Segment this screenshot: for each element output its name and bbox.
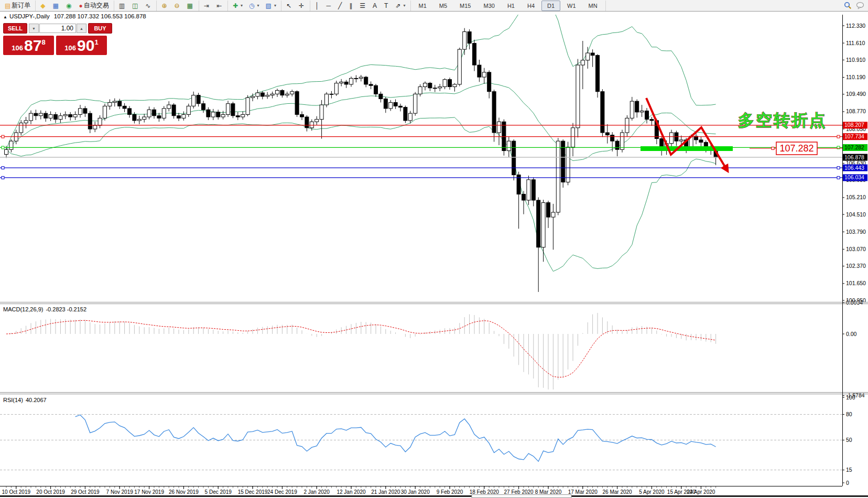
candlestick-chart-icon[interactable]: ◫ xyxy=(129,1,142,11)
svg-text:80: 80 xyxy=(846,411,852,417)
svg-text:108.207: 108.207 xyxy=(844,122,864,128)
chat-icon[interactable] xyxy=(856,2,865,9)
price-callout-label[interactable]: 107.282 xyxy=(779,143,813,154)
x-axis-date-label: 30 Jan 2020 xyxy=(401,489,430,495)
fibonacci-icon: ☰ xyxy=(360,1,365,10)
tf-m30-label: M30 xyxy=(480,3,497,9)
dropdown-caret-icon[interactable]: ▾ xyxy=(257,3,259,8)
x-axis-date-label: 9 Feb 2020 xyxy=(437,489,463,495)
auto-arrange-icon[interactable]: ⇥ xyxy=(201,1,213,11)
track-chart-icon[interactable]: ⇤ xyxy=(214,1,225,11)
zoom-in-icon[interactable]: ⊕ xyxy=(159,1,170,11)
svg-text:106.878: 106.878 xyxy=(844,154,864,160)
sell-price-button[interactable]: 106878 xyxy=(3,36,54,55)
toolbar-group: ✚▾◷▾▧▾ xyxy=(228,1,281,11)
sell-button[interactable]: SELL xyxy=(3,23,27,34)
svg-text:15: 15 xyxy=(846,467,852,473)
tf-m1[interactable]: M1 xyxy=(413,1,432,11)
svg-text:111.610: 111.610 xyxy=(846,40,865,46)
toolbar-group: ▤新订单 xyxy=(0,1,36,11)
fibonacci-icon[interactable]: ☰ xyxy=(357,1,369,11)
autotrading-button-label: 自动交易 xyxy=(84,1,109,10)
tf-mn[interactable]: MN xyxy=(583,1,603,11)
x-axis-date-label: 24 Dec 2019 xyxy=(267,489,297,495)
market-watch-icon: ▦ xyxy=(53,1,59,10)
svg-text:50: 50 xyxy=(846,437,852,443)
x-axis-date-label: 7 Nov 2019 xyxy=(106,489,134,495)
x-axis-date-label: 8 Mar 2020 xyxy=(535,489,562,495)
tf-h4-label: H4 xyxy=(524,3,538,9)
tf-m15[interactable]: M15 xyxy=(454,1,476,11)
new-order-button[interactable]: ▤新订单 xyxy=(2,1,33,11)
period-icon[interactable]: ◷▾ xyxy=(246,1,262,11)
tf-d1-label: D1 xyxy=(544,3,558,9)
cursor-icon: ↖ xyxy=(286,1,291,10)
charts-profile-icon: ◆ xyxy=(40,1,45,10)
tf-w1[interactable]: W1 xyxy=(561,1,582,11)
tf-h4[interactable]: H4 xyxy=(522,1,540,11)
crosshair-icon[interactable]: ✛ xyxy=(296,1,308,11)
tf-h1[interactable]: H1 xyxy=(502,1,520,11)
svg-text:110.190: 110.190 xyxy=(846,74,865,80)
tf-d1[interactable]: D1 xyxy=(541,1,560,11)
cursor-icon[interactable]: ↖ xyxy=(284,1,295,11)
tf-m5[interactable]: M5 xyxy=(433,1,453,11)
channel-icon[interactable]: ∥ xyxy=(346,1,356,11)
svg-text:103.790: 103.790 xyxy=(846,229,866,235)
x-axis-date-label: 21 Jan 2020 xyxy=(371,489,400,495)
svg-text:110.910: 110.910 xyxy=(846,57,865,63)
toolbar-group: ⊕⊖▦ xyxy=(157,1,199,11)
charts-profile-icon[interactable]: ◆ xyxy=(38,1,49,11)
zoom-out-icon: ⊖ xyxy=(174,1,179,10)
volume-decrease-button[interactable]: ▼ xyxy=(29,24,39,33)
text-icon[interactable]: A xyxy=(370,1,381,11)
horizontal-line-icon[interactable]: ─ xyxy=(324,1,335,11)
dropdown-caret-icon[interactable]: ▾ xyxy=(404,3,406,8)
label-icon[interactable]: T xyxy=(382,1,392,11)
chart-canvas[interactable]: 112.330111.610110.910110.190109.490108.7… xyxy=(0,0,868,498)
shapes-icon[interactable]: ⇗▾ xyxy=(393,1,408,11)
autotrading-button[interactable]: ●自动交易 xyxy=(76,1,111,11)
signals-icon[interactable]: ◉ xyxy=(63,1,75,11)
tf-mn-label: MN xyxy=(585,3,601,9)
tile-windows-icon: ▦ xyxy=(187,1,193,10)
dropdown-caret-icon[interactable]: ▾ xyxy=(274,3,276,8)
volume-input[interactable] xyxy=(39,24,76,33)
svg-text:0.00: 0.00 xyxy=(846,331,857,337)
template-icon: ▧ xyxy=(266,1,272,10)
rsi-value: 40.2067 xyxy=(26,397,47,403)
template-icon[interactable]: ▧▾ xyxy=(263,1,279,11)
trendline-icon[interactable]: ╱ xyxy=(335,1,345,11)
mt4-window: { "colors": { "trade_red": "#c6131b", "b… xyxy=(0,0,868,498)
tf-m15-label: M15 xyxy=(457,3,474,9)
buy-button[interactable]: BUY xyxy=(88,23,112,34)
tile-windows-icon[interactable]: ▦ xyxy=(185,1,197,11)
add-indicator-icon[interactable]: ✚▾ xyxy=(230,1,245,11)
buy-price-button[interactable]: 106901 xyxy=(56,36,107,55)
search-icon[interactable] xyxy=(844,2,852,9)
toolbar-group: ↖✛ xyxy=(281,1,310,11)
x-axis-date-label: 29 Oct 2019 xyxy=(71,489,100,495)
tf-m30[interactable]: M30 xyxy=(478,1,500,11)
collapse-triangle-icon[interactable]: ▲ xyxy=(3,15,7,19)
horizontal-scrollbar-thumb[interactable] xyxy=(472,495,571,498)
toolbar-group: ▥◫∿ xyxy=(114,1,157,11)
x-axis-date-label: 27 Feb 2020 xyxy=(504,489,534,495)
buy-price-figure: 106 xyxy=(64,44,76,52)
volume-increase-button[interactable]: ▲ xyxy=(77,24,86,33)
vertical-line-icon: │ xyxy=(315,1,319,10)
new-order-button-label: 新订单 xyxy=(12,1,30,10)
svg-text:106.443: 106.443 xyxy=(844,165,864,171)
vertical-line-icon[interactable]: │ xyxy=(312,1,323,11)
one-click-trading-panel: SELL ▼ ▲ BUY 106878 106901 xyxy=(3,23,112,55)
svg-text:106.034: 106.034 xyxy=(844,174,864,180)
bar-chart-icon[interactable]: ▥ xyxy=(116,1,128,11)
dropdown-caret-icon[interactable]: ▾ xyxy=(241,3,243,8)
market-watch-icon[interactable]: ▦ xyxy=(50,1,62,11)
tf-w1-label: W1 xyxy=(564,3,579,9)
macd-label: MACD(12,26,9)-0.2823 -0.2152 xyxy=(3,306,86,312)
line-chart-icon[interactable]: ∿ xyxy=(143,1,154,11)
autotrading-icon: ● xyxy=(79,1,82,10)
zoom-out-icon[interactable]: ⊖ xyxy=(171,1,183,11)
candlestick-chart-icon: ◫ xyxy=(132,1,138,10)
